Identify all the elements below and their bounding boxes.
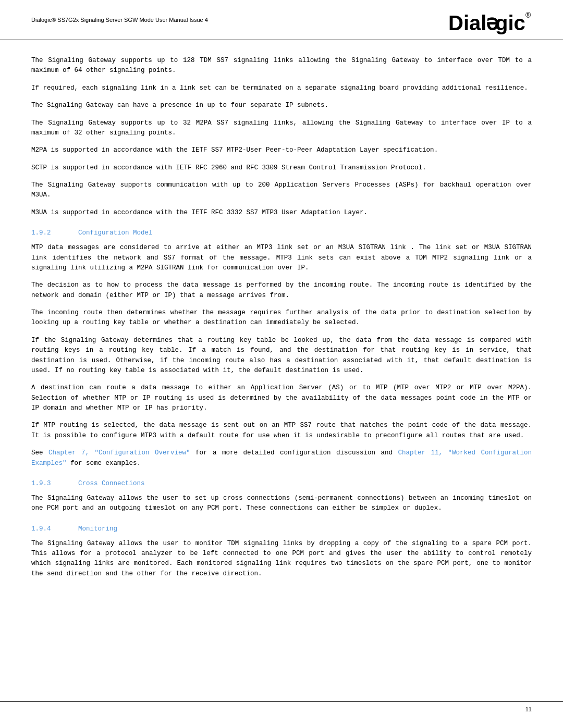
paragraph-7: The Signaling Gateway supports communica… xyxy=(31,180,532,201)
section-193-heading: 1.9.3 Cross Connections xyxy=(31,480,532,487)
chapter7-link[interactable]: Chapter 7, "Configuration Overview" xyxy=(48,449,190,456)
section-192-para-3: The incoming route then determines wheth… xyxy=(31,308,532,328)
section-192-para-1: MTP data messages are considered to arri… xyxy=(31,243,532,273)
section-194-para-1: The Signaling Gateway allows the user to… xyxy=(31,539,532,579)
header-title: Dialogic® SS7G2x Signaling Server SGW Mo… xyxy=(31,9,208,23)
section-194-number: 1.9.4 xyxy=(31,525,78,533)
svg-text:®: ® xyxy=(525,11,531,19)
paragraph-6: SCTP is supported in accordance with IET… xyxy=(31,163,532,173)
main-content: The Signaling Gateway supports up to 128… xyxy=(0,40,563,607)
section-192-heading: 1.9.2 Configuration Model xyxy=(31,229,532,237)
section-192-para-4: If the Signaling Gateway determines that… xyxy=(31,336,532,376)
section-192-para-6: If MTP routing is selected, the data mes… xyxy=(31,421,532,441)
section-194-heading: 1.9.4 Monitoring xyxy=(31,525,532,533)
paragraph-1: The Signaling Gateway supports up to 128… xyxy=(31,56,532,76)
dialogic-logo: Dial ə gic ® xyxy=(448,9,532,34)
footer: 11 xyxy=(0,701,563,712)
paragraph-2: If required, each signaling link in a li… xyxy=(31,83,532,93)
page-number: 11 xyxy=(525,706,532,712)
svg-text:gic: gic xyxy=(495,11,525,34)
section-192-number: 1.9.2 xyxy=(31,229,78,237)
paragraph-4: The Signaling Gateway supports up to 32 … xyxy=(31,118,532,139)
page: Dialogic® SS7G2x Signaling Server SGW Mo… xyxy=(0,0,563,728)
paragraph-3: The Signaling Gateway can have a presenc… xyxy=(31,101,532,110)
section-193-title: Cross Connections xyxy=(78,480,145,487)
svg-text:Dial: Dial xyxy=(448,11,486,34)
section-192-title: Configuration Model xyxy=(78,229,153,237)
logo-container: Dial ə gic ® xyxy=(448,9,532,34)
paragraph-8: M3UA is supported in accordance with the… xyxy=(31,208,532,218)
section-192-para-5: A destination can route a data message t… xyxy=(31,383,532,413)
section-194-title: Monitoring xyxy=(78,525,117,533)
section-192-para-2: The decision as to how to process the da… xyxy=(31,280,532,301)
paragraph-5: M2PA is supported in accordance with the… xyxy=(31,145,532,155)
header: Dialogic® SS7G2x Signaling Server SGW Mo… xyxy=(0,0,563,40)
section-193-para-1: The Signaling Gateway allows the user to… xyxy=(31,493,532,514)
section-192-para-7: See Chapter 7, "Configuration Overview" … xyxy=(31,448,532,468)
section-193-number: 1.9.3 xyxy=(31,480,78,487)
